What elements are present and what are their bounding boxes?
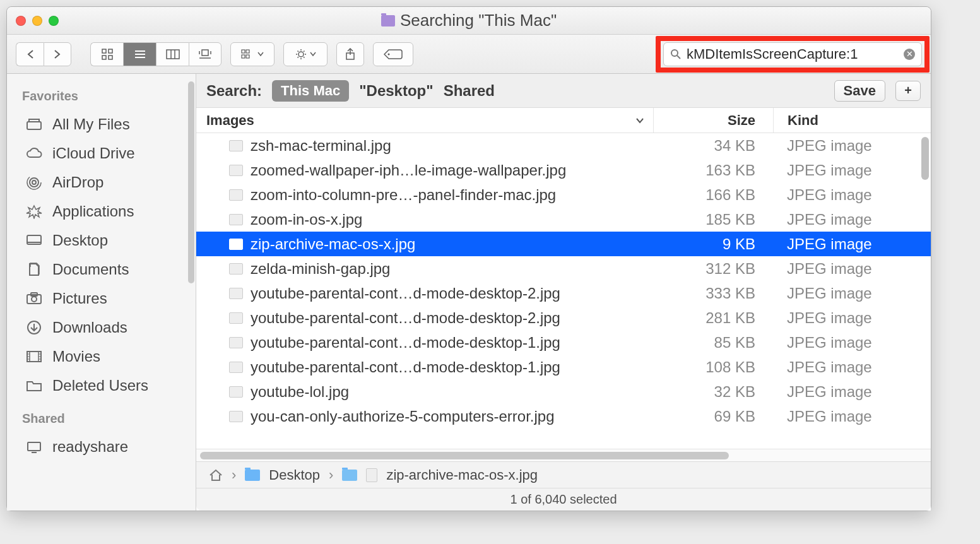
add-criteria-button[interactable]: + <box>895 81 921 101</box>
share-button[interactable] <box>336 42 364 66</box>
file-row[interactable]: you-can-only-authorize-5-computers-error… <box>196 404 931 429</box>
file-size: 108 KB <box>653 358 773 376</box>
view-mode-buttons <box>90 42 221 66</box>
file-name: you-can-only-authorize-5-computers-error… <box>251 408 555 425</box>
column-size[interactable]: Size <box>653 108 773 133</box>
column-kind-label: Kind <box>788 112 818 129</box>
search-field[interactable]: kMDItemIsScreenCapture:1 ✕ <box>663 42 922 66</box>
column-view-button[interactable] <box>156 42 189 66</box>
icon-view-button[interactable] <box>90 42 123 66</box>
file-kind: JPEG image <box>773 260 931 278</box>
file-icon <box>229 312 243 324</box>
arrange-button[interactable] <box>230 42 275 66</box>
column-name[interactable]: Images <box>196 112 653 129</box>
list-scroll-thumb[interactable] <box>921 137 929 180</box>
back-button[interactable] <box>16 42 44 66</box>
file-icon <box>229 386 243 398</box>
svg-rect-0 <box>102 49 106 53</box>
file-row[interactable]: youtube-parental-cont…d-mode-desktop-2.j… <box>196 305 931 330</box>
scope-shared[interactable]: Shared <box>444 82 495 100</box>
cover-flow-button[interactable] <box>189 42 221 66</box>
path-file-name[interactable]: zip-archive-mac-os-x.jpg <box>386 467 538 483</box>
file-size: 281 KB <box>653 309 773 327</box>
file-kind: JPEG image <box>773 211 931 228</box>
file-row[interactable]: zelda-minish-gap.jpg312 KBJPEG image <box>196 256 931 281</box>
sidebar-item-movies[interactable]: Movies <box>18 342 196 371</box>
status-text: 1 of 6,040 selected <box>510 492 617 507</box>
folder-icon <box>342 470 357 481</box>
forward-button[interactable] <box>44 42 71 66</box>
file-row[interactable]: zoomed-wallpaper-iph…le-image-wallpaper.… <box>196 158 931 182</box>
sidebar-item-icloud-drive[interactable]: iCloud Drive <box>18 139 196 168</box>
svg-rect-25 <box>29 119 39 122</box>
file-icon <box>229 288 243 299</box>
tags-button[interactable] <box>373 42 413 66</box>
downloads-icon <box>25 319 44 336</box>
file-name: youtube-parental-cont…d-mode-desktop-1.j… <box>251 334 560 352</box>
file-row[interactable]: zoom-into-column-pre…-panel-finder-mac.j… <box>196 182 931 207</box>
sidebar-item-desktop[interactable]: Desktop <box>18 226 196 255</box>
window-title-text: Searching "This Mac" <box>400 11 557 30</box>
search-input-text: kMDItemIsScreenCapture:1 <box>687 46 899 62</box>
horizontal-scroll-thumb[interactable] <box>200 452 729 459</box>
file-name: zsh-mac-terminal.jpg <box>251 137 391 155</box>
sidebar-item-documents[interactable]: Documents <box>18 255 196 284</box>
save-search-button[interactable]: Save <box>834 80 885 102</box>
scope-this-mac[interactable]: This Mac <box>272 80 349 102</box>
action-button[interactable] <box>283 42 328 66</box>
file-icon <box>229 239 243 250</box>
pictures-icon <box>25 290 44 307</box>
file-kind: JPEG image <box>773 383 931 401</box>
file-name: youtube-parental-cont…d-mode-desktop-1.j… <box>251 358 560 376</box>
file-icon <box>229 263 243 275</box>
sidebar-item-applications[interactable]: Applications <box>18 197 196 226</box>
file-row[interactable]: zoom-in-os-x.jpg185 KBJPEG image <box>196 207 931 232</box>
file-icon <box>229 189 243 201</box>
file-row[interactable]: youtube-parental-cont…d-mode-desktop-1.j… <box>196 355 931 379</box>
main-pane: Search: This Mac "Desktop" Shared Save +… <box>196 74 931 511</box>
path-folder-name[interactable]: Desktop <box>269 467 320 483</box>
sidebar-item-label: Desktop <box>52 232 108 249</box>
close-button[interactable] <box>16 16 26 26</box>
file-list: zsh-mac-terminal.jpg34 KBJPEG imagezoome… <box>196 133 931 449</box>
home-icon[interactable] <box>209 469 223 482</box>
file-row[interactable]: youtube-parental-cont…d-mode-desktop-2.j… <box>196 281 931 305</box>
list-view-button[interactable] <box>123 42 156 66</box>
file-row[interactable]: youtube-parental-cont…d-mode-desktop-1.j… <box>196 330 931 355</box>
minimize-button[interactable] <box>32 16 42 26</box>
sidebar-item-readyshare[interactable]: readyshare <box>18 432 196 461</box>
scope-desktop[interactable]: "Desktop" <box>359 82 433 100</box>
file-size: 312 KB <box>653 260 773 278</box>
file-name: zoomed-wallpaper-iph…le-image-wallpaper.… <box>251 162 566 179</box>
file-row[interactable]: zsh-mac-terminal.jpg34 KBJPEG image <box>196 133 931 158</box>
file-row[interactable]: youtube-lol.jpg32 KBJPEG image <box>196 379 931 404</box>
file-kind: JPEG image <box>773 309 931 327</box>
applications-icon <box>25 203 44 220</box>
sidebar-scroll-thumb[interactable] <box>188 81 194 283</box>
list-header: Images Size Kind <box>196 108 931 133</box>
clear-search-button[interactable]: ✕ <box>904 49 915 60</box>
window-title: Searching "This Mac" <box>66 11 871 30</box>
file-size: 333 KB <box>653 285 773 302</box>
sidebar-item-label: Documents <box>52 261 129 278</box>
maximize-button[interactable] <box>49 16 59 26</box>
file-kind: JPEG image <box>773 186 931 204</box>
sidebar-item-airdrop[interactable]: AirDrop <box>18 168 196 197</box>
file-name: zoom-into-column-pre…-panel-finder-mac.j… <box>251 186 556 204</box>
svg-rect-24 <box>27 122 41 129</box>
sidebar-item-all-my-files[interactable]: All My Files <box>18 110 196 139</box>
svg-rect-17 <box>246 55 249 58</box>
svg-rect-1 <box>109 49 112 53</box>
file-icon <box>229 165 243 176</box>
column-kind[interactable]: Kind <box>773 108 931 133</box>
nav-buttons <box>16 42 71 66</box>
sidebar-item-pictures[interactable]: Pictures <box>18 284 196 313</box>
file-row[interactable]: zip-archive-mac-os-x.jpg9 KBJPEG image <box>196 232 931 256</box>
sidebar-item-downloads[interactable]: Downloads <box>18 313 196 342</box>
search-field-wrap: kMDItemIsScreenCapture:1 ✕ <box>663 42 922 66</box>
sidebar-item-deleted-users[interactable]: Deleted Users <box>18 371 196 400</box>
all-my-files-icon <box>25 116 44 133</box>
horizontal-scrollbar[interactable] <box>196 449 931 461</box>
finder-window: Searching "This Mac" <box>6 6 931 511</box>
sidebar-item-label: Applications <box>52 203 134 220</box>
